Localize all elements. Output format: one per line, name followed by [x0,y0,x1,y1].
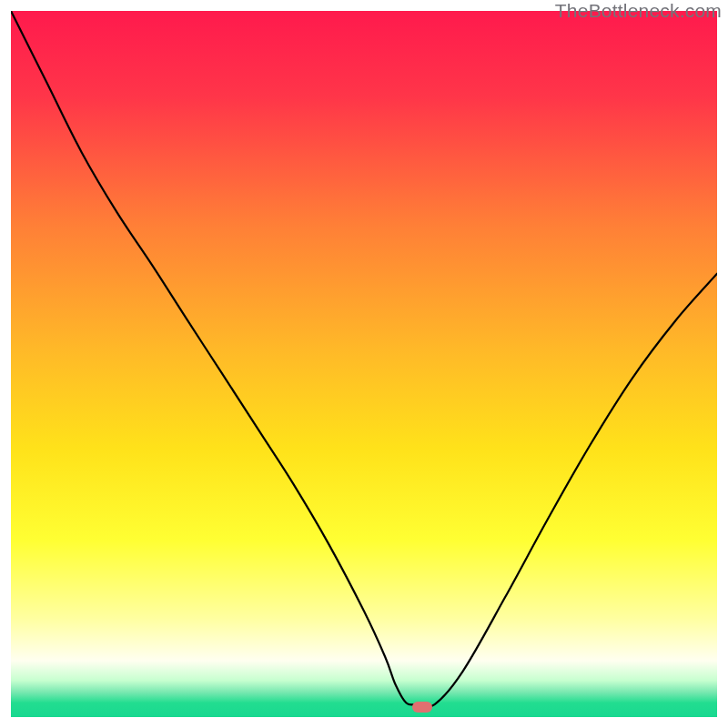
watermark-text: TheBottleneck.com [555,0,722,22]
plot-area [11,11,717,717]
optimum-marker [412,702,432,713]
chart-container: TheBottleneck.com [0,0,728,728]
bottleneck-curve-layer [11,11,717,717]
